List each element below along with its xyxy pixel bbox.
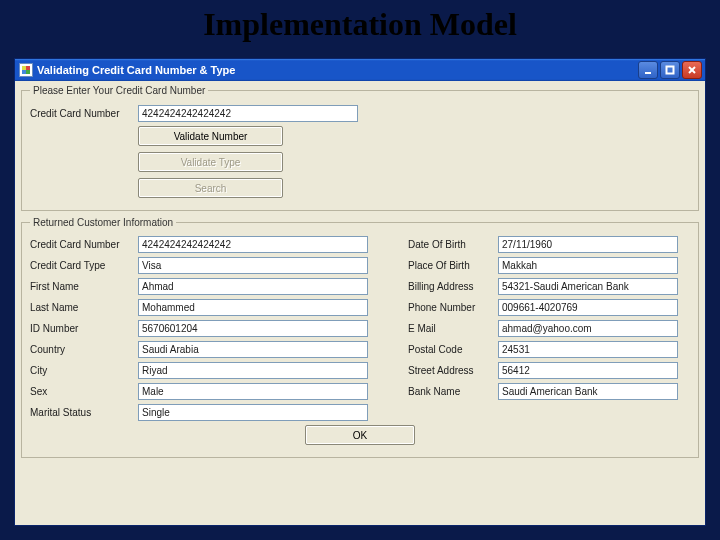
customer-info-group: Returned Customer Information Credit Car… [21, 217, 699, 458]
minimize-button[interactable] [638, 61, 658, 79]
postal-field[interactable]: 24531 [498, 341, 678, 358]
ok-button[interactable]: OK [305, 425, 415, 445]
cc-number-input[interactable]: 4242424242424242 [138, 105, 358, 122]
phone-label: Phone Number [408, 302, 498, 313]
maximize-button[interactable] [660, 61, 680, 79]
app-window: Validating Credit Card Number & Type Ple… [14, 58, 706, 526]
maximize-icon [665, 65, 675, 75]
country-label: Country [30, 344, 138, 355]
validate-number-button[interactable]: Validate Number [138, 126, 283, 146]
svg-rect-1 [667, 67, 674, 74]
slide-title: Implementation Model [0, 0, 720, 47]
postal-label: Postal Code [408, 344, 498, 355]
street-field[interactable]: 56412 [498, 362, 678, 379]
sex-label: Sex [30, 386, 138, 397]
input-group-legend: Please Enter Your Credit Card Number [30, 85, 208, 96]
cc-type-label: Credit Card Type [30, 260, 138, 271]
dob-field[interactable]: 27/11/1960 [498, 236, 678, 253]
email-field[interactable]: ahmad@yahoo.com [498, 320, 678, 337]
id-number-field[interactable]: 5670601204 [138, 320, 368, 337]
phone-field[interactable]: 009661-4020769 [498, 299, 678, 316]
window-controls [638, 61, 702, 79]
email-label: E Mail [408, 323, 498, 334]
cc-number-out-field[interactable]: 4242424242424242 [138, 236, 368, 253]
validate-type-button[interactable]: Validate Type [138, 152, 283, 172]
marital-label: Marital Status [30, 407, 138, 418]
marital-field[interactable]: Single [138, 404, 368, 421]
pob-label: Place Of Birth [408, 260, 498, 271]
bank-label: Bank Name [408, 386, 498, 397]
last-name-label: Last Name [30, 302, 138, 313]
input-group: Please Enter Your Credit Card Number Cre… [21, 85, 699, 211]
city-label: City [30, 365, 138, 376]
sex-field[interactable]: Male [138, 383, 368, 400]
city-field[interactable]: Riyad [138, 362, 368, 379]
search-button[interactable]: Search [138, 178, 283, 198]
id-number-label: ID Number [30, 323, 138, 334]
billing-field[interactable]: 54321-Saudi American Bank [498, 278, 678, 295]
cc-number-out-label: Credit Card Number [30, 239, 138, 250]
first-name-label: First Name [30, 281, 138, 292]
bank-field[interactable]: Saudi American Bank [498, 383, 678, 400]
pob-field[interactable]: Makkah [498, 257, 678, 274]
cc-type-field[interactable]: Visa [138, 257, 368, 274]
window-client: Please Enter Your Credit Card Number Cre… [15, 81, 705, 525]
minimize-icon [643, 65, 653, 75]
app-icon [19, 63, 33, 77]
last-name-field[interactable]: Mohammed [138, 299, 368, 316]
close-button[interactable] [682, 61, 702, 79]
close-icon [687, 65, 697, 75]
window-title: Validating Credit Card Number & Type [37, 64, 638, 76]
dob-label: Date Of Birth [408, 239, 498, 250]
customer-info-legend: Returned Customer Information [30, 217, 176, 228]
titlebar: Validating Credit Card Number & Type [15, 59, 705, 81]
billing-label: Billing Address [408, 281, 498, 292]
country-field[interactable]: Saudi Arabia [138, 341, 368, 358]
cc-number-label: Credit Card Number [30, 108, 138, 119]
first-name-field[interactable]: Ahmad [138, 278, 368, 295]
street-label: Street Address [408, 365, 498, 376]
